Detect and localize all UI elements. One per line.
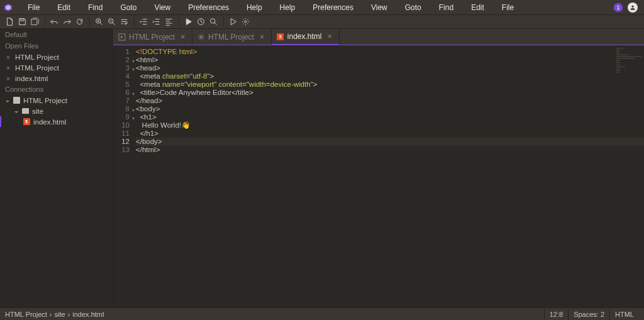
menu-edit[interactable]: Edit <box>462 0 493 15</box>
language-mode[interactable]: HTML <box>609 308 639 320</box>
line-number: 10 <box>113 121 130 130</box>
search-icon[interactable] <box>208 16 219 28</box>
breadcrumb[interactable]: HTML Project›site›index.html <box>5 311 104 318</box>
line-number: 7 <box>113 97 130 105</box>
indent-icon[interactable] <box>150 16 162 28</box>
close-icon[interactable]: × <box>328 33 334 40</box>
menu-help[interactable]: Help <box>238 0 271 15</box>
code-editor[interactable]: 12▾3▾456▾78▾9▾10111213 <!DOCTYPE html><h… <box>113 45 644 307</box>
breadcrumb-sep: › <box>68 311 70 318</box>
menu-goto[interactable]: Goto <box>111 0 145 15</box>
menu-preferences[interactable]: Preferences <box>304 0 362 15</box>
open-file-label: HTML Project <box>15 53 59 61</box>
tree-file-label: index.html <box>33 118 66 126</box>
menu-file[interactable]: File <box>19 0 48 15</box>
undo-icon[interactable] <box>48 16 60 28</box>
breadcrumb-seg[interactable]: index.html <box>72 311 104 318</box>
breadcrumb-seg[interactable]: site <box>55 311 65 318</box>
open-file-item[interactable]: ×index.html <box>0 73 113 84</box>
preview-icon <box>118 33 126 41</box>
menu-find[interactable]: Find <box>430 0 462 15</box>
line-number: 12 <box>113 138 130 146</box>
menu-find[interactable]: Find <box>79 0 111 15</box>
code-line[interactable]: Hello World!👋 <box>136 121 644 130</box>
menu-preferences[interactable]: Preferences <box>179 0 238 15</box>
indent-setting[interactable]: Spaces: 2 <box>568 308 609 320</box>
line-number: 9▾ <box>113 113 130 121</box>
open-file-item[interactable]: ×HTML Project <box>0 62 113 73</box>
code-line[interactable]: </h1> <box>136 130 644 138</box>
line-number: 5 <box>113 80 130 89</box>
tab[interactable]: HTML Project× <box>113 29 192 45</box>
menu-view[interactable]: View <box>362 0 396 15</box>
preview-icon[interactable] <box>227 16 238 28</box>
close-icon[interactable]: × <box>260 34 266 40</box>
menu-goto[interactable]: Goto <box>396 0 430 15</box>
close-icon[interactable]: × <box>5 75 11 82</box>
code-line[interactable]: <!DOCTYPE html> <box>136 48 644 56</box>
line-number: 4 <box>113 72 130 80</box>
wrap-icon[interactable] <box>118 16 130 28</box>
close-icon[interactable]: × <box>5 64 11 72</box>
tab-bar: HTML Project×✳HTML Project×5index.html× <box>113 29 644 45</box>
open-file-label: index.html <box>15 75 48 82</box>
refresh-icon[interactable] <box>74 16 85 28</box>
open-file-item[interactable]: ×HTML Project <box>0 52 113 62</box>
close-icon[interactable]: × <box>5 53 11 61</box>
code-line[interactable]: <html> <box>136 56 644 64</box>
tree-project[interactable]: HTML Project <box>0 95 113 106</box>
menu-edit[interactable]: Edit <box>48 0 79 15</box>
line-number-gutter: 12▾3▾456▾78▾9▾10111213 <box>113 45 136 307</box>
run-icon[interactable] <box>182 16 194 28</box>
tree-file-index[interactable]: 5 index.html <box>0 116 113 127</box>
sidebar: Default Open Files ×HTML Project×HTML Pr… <box>0 29 113 307</box>
unsaved-icon: ✳ <box>197 33 205 41</box>
tab-label: HTML Project <box>129 33 175 41</box>
menu-view[interactable]: View <box>145 0 179 15</box>
folder-icon <box>21 108 29 115</box>
code-line[interactable]: <meta name="viewport" content="width=dev… <box>136 80 644 89</box>
new-file-icon[interactable] <box>4 16 15 28</box>
zoom-in-icon[interactable] <box>93 16 104 28</box>
fold-icon[interactable]: ▾ <box>132 106 135 114</box>
line-number: 3▾ <box>113 64 130 72</box>
app-logo-icon <box>4 3 13 12</box>
code-line[interactable]: </head> <box>136 97 644 105</box>
svg-point-7 <box>210 19 214 23</box>
menu-file[interactable]: File <box>493 0 523 15</box>
breadcrumb-seg[interactable]: HTML Project <box>5 311 47 318</box>
save-icon[interactable] <box>16 16 28 28</box>
redo-icon[interactable] <box>61 16 72 28</box>
fold-icon[interactable]: ▾ <box>132 90 135 98</box>
settings-icon[interactable] <box>240 16 251 28</box>
html-file-icon: 5 <box>277 33 284 40</box>
save-all-icon[interactable] <box>29 16 40 28</box>
divider <box>134 18 135 26</box>
fold-icon[interactable]: ▾ <box>132 114 135 123</box>
tree-folder[interactable]: site <box>0 106 113 116</box>
code-line[interactable]: <title>Code Anywhere Editor</title> <box>136 89 644 97</box>
outdent-icon[interactable] <box>138 16 149 28</box>
cursor-position[interactable]: 12:8 <box>544 308 568 320</box>
html-file-icon: 5 <box>23 118 30 126</box>
code-content[interactable]: <!DOCTYPE html><html><head> <meta charse… <box>136 45 644 307</box>
menu-help[interactable]: Help <box>271 0 304 15</box>
history-icon[interactable] <box>195 16 206 28</box>
tab[interactable]: 5index.html× <box>272 29 340 45</box>
fold-icon[interactable]: ▾ <box>132 65 135 74</box>
notification-badge[interactable]: 1 <box>614 3 623 12</box>
close-icon[interactable]: × <box>180 34 187 40</box>
tab[interactable]: ✳HTML Project× <box>192 29 272 45</box>
code-line[interactable]: <meta charset="utf-8"> <box>136 72 644 80</box>
fold-icon[interactable]: ▾ <box>132 57 135 65</box>
format-icon[interactable] <box>163 16 174 28</box>
code-line[interactable]: <body> <box>136 105 644 113</box>
code-line[interactable]: </body> <box>136 138 644 146</box>
code-line[interactable]: <head> <box>136 64 644 72</box>
user-avatar-icon[interactable] <box>628 3 638 13</box>
zoom-out-icon[interactable] <box>106 16 117 28</box>
code-line[interactable]: </html> <box>136 146 644 154</box>
code-line[interactable]: <h1> <box>136 113 644 121</box>
line-number: 13 <box>113 146 130 154</box>
line-number: 8▾ <box>113 105 130 113</box>
